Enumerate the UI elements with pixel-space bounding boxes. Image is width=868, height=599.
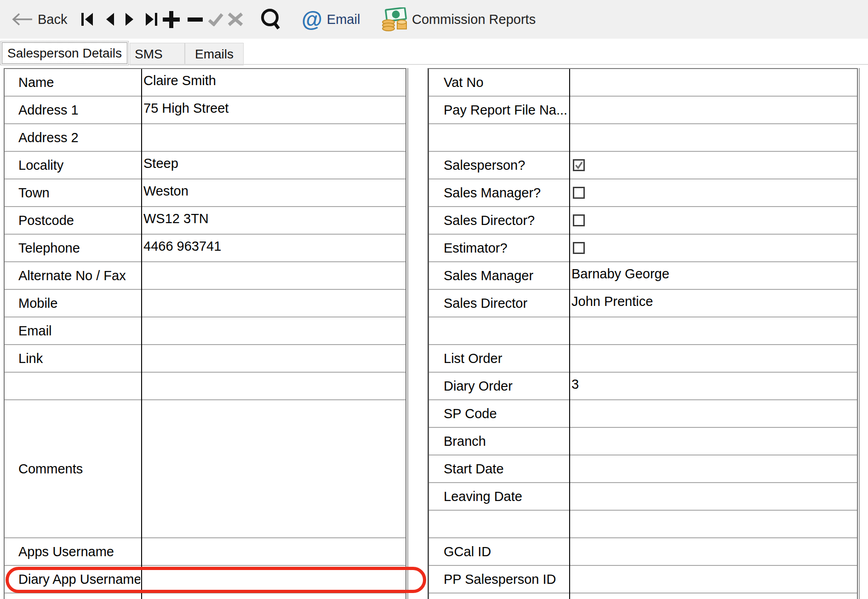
field-value-diary-app-username[interactable] <box>141 566 405 593</box>
field-value-locality[interactable]: Steep <box>141 152 405 179</box>
row-address-2: Address 2 <box>5 124 405 152</box>
salesperson-details-table: NameClaire SmithAddress 175 High StreetA… <box>4 68 406 599</box>
add-record-button[interactable] <box>162 0 181 39</box>
field-value-link[interactable] <box>141 345 405 372</box>
field-value-sp-code[interactable] <box>569 400 857 427</box>
tab-emails[interactable]: Emails <box>185 43 244 65</box>
tab-salesperson-details[interactable]: Salesperson Details <box>0 41 129 65</box>
row-pp-salesperson-id: PP Salesperson ID <box>429 566 857 593</box>
field-label-alternate-no-fax: Alternate No / Fax <box>5 262 140 289</box>
tab-sms[interactable]: SMS <box>130 43 185 65</box>
field-label-gcal-id: GCal ID <box>429 538 568 565</box>
row-empty <box>429 511 857 538</box>
field-label-town: Town <box>5 179 140 206</box>
next-record-button[interactable] <box>125 0 135 39</box>
field-value-mobile[interactable] <box>141 290 405 317</box>
field-value-pp-salesperson-id[interactable] <box>569 566 857 593</box>
field-label-leaving-date: Leaving Date <box>429 483 568 510</box>
back-button[interactable]: Back <box>11 0 67 39</box>
confirm-button[interactable] <box>208 0 223 39</box>
field-label-branch: Branch <box>429 428 568 455</box>
cancel-button[interactable] <box>227 0 244 39</box>
row-empty <box>429 124 857 152</box>
field-label-sales-manager: Sales Manager <box>429 262 568 289</box>
field-label-empty <box>429 124 568 151</box>
field-value-estimator[interactable] <box>569 235 857 261</box>
field-label-sales-director: Sales Director? <box>429 207 568 234</box>
field-label-address-1: Address 1 <box>5 97 140 123</box>
field-value-sales-manager[interactable] <box>569 179 857 206</box>
previous-record-icon <box>105 12 114 26</box>
tab-focus-outline <box>2 42 127 64</box>
row-name: NameClaire Smith <box>5 69 405 97</box>
first-record-icon <box>81 12 93 26</box>
checkbox-estimator-unchecked[interactable] <box>573 242 585 254</box>
row-apps-username: Apps Username <box>5 538 405 566</box>
field-value-alternate-no-fax[interactable] <box>141 262 405 289</box>
row-postcode: PostcodeWS12 3TN <box>5 207 405 235</box>
field-label-vat-no: Vat No <box>429 69 568 96</box>
field-value-branch[interactable] <box>569 428 857 455</box>
field-value-vat-no[interactable] <box>569 69 857 96</box>
row-salesperson: Salesperson? <box>429 152 857 179</box>
field-value-gcal-id[interactable] <box>569 538 857 565</box>
field-value-empty[interactable] <box>569 124 857 151</box>
field-label-start-date: Start Date <box>429 455 568 482</box>
field-value-empty[interactable] <box>569 317 857 344</box>
field-label-sales-manager: Sales Manager? <box>429 179 568 206</box>
next-record-icon <box>125 12 135 26</box>
commission-coins-icon <box>382 7 407 31</box>
field-value-sales-director[interactable] <box>569 207 857 234</box>
field-label-list-order: List Order <box>429 345 568 372</box>
field-value-address-2[interactable] <box>141 124 405 151</box>
field-label-salesperson: Salesperson? <box>429 152 568 179</box>
field-value-leaving-date[interactable] <box>569 483 857 510</box>
row-sales-director: Sales DirectorJohn Prentice <box>429 290 857 317</box>
field-label-link: Link <box>5 345 140 372</box>
row-branch: Branch <box>429 428 857 455</box>
first-record-button[interactable] <box>81 0 93 39</box>
field-value-salesperson[interactable] <box>569 152 857 179</box>
field-value-diary-order[interactable]: 3 <box>569 373 857 399</box>
right-table-divider <box>569 69 570 599</box>
field-value-email[interactable] <box>141 317 405 344</box>
field-value-sales-manager[interactable]: Barnaby George <box>569 262 857 289</box>
x-icon <box>227 12 244 27</box>
field-value-telephone[interactable]: 4466 963741 <box>141 235 405 261</box>
delete-record-button[interactable] <box>187 0 204 39</box>
field-label-telephone: Telephone <box>5 235 140 261</box>
commission-reports-button[interactable]: Commission Reports <box>382 0 536 39</box>
search-button[interactable] <box>260 0 284 39</box>
field-value-apps-username[interactable] <box>141 538 405 565</box>
row-mobile: Mobile <box>5 290 405 317</box>
field-value-sales-director[interactable]: John Prentice <box>569 290 857 317</box>
row-leaving-date: Leaving Date <box>429 483 857 511</box>
field-value-name[interactable]: Claire Smith <box>141 69 405 96</box>
row-sales-manager: Sales ManagerBarnaby George <box>429 262 857 290</box>
row-telephone: Telephone4466 963741 <box>5 235 405 262</box>
field-label-empty <box>5 373 140 399</box>
field-value-empty[interactable] <box>141 373 405 399</box>
field-value-comments[interactable] <box>141 400 405 537</box>
field-label-diary-app-username: Diary App Username <box>5 566 140 593</box>
field-value-postcode[interactable]: WS12 3TN <box>141 207 405 234</box>
field-value-address-1[interactable]: 75 High Street <box>141 97 405 123</box>
email-button[interactable]: @ Email <box>302 0 360 39</box>
row-link: Link <box>5 345 405 373</box>
field-value-pay-report-file-na[interactable] <box>569 97 857 123</box>
checkbox-salesperson-checked[interactable] <box>573 159 585 171</box>
checkbox-sales-manager-unchecked[interactable] <box>573 187 585 199</box>
row-email: Email <box>5 317 405 345</box>
field-value-empty[interactable] <box>569 511 857 537</box>
last-record-button[interactable] <box>145 0 158 39</box>
row-diary-order: Diary Order3 <box>429 373 857 400</box>
previous-record-button[interactable] <box>105 0 114 39</box>
row-town: TownWeston <box>5 179 405 207</box>
field-value-list-order[interactable] <box>569 345 857 372</box>
field-value-town[interactable]: Weston <box>141 179 405 206</box>
left-table-divider <box>141 69 142 599</box>
field-value-start-date[interactable] <box>569 455 857 482</box>
field-label-pp-salesperson-id: PP Salesperson ID <box>429 566 568 593</box>
field-label-empty <box>429 317 568 344</box>
checkbox-sales-director-unchecked[interactable] <box>573 214 585 226</box>
